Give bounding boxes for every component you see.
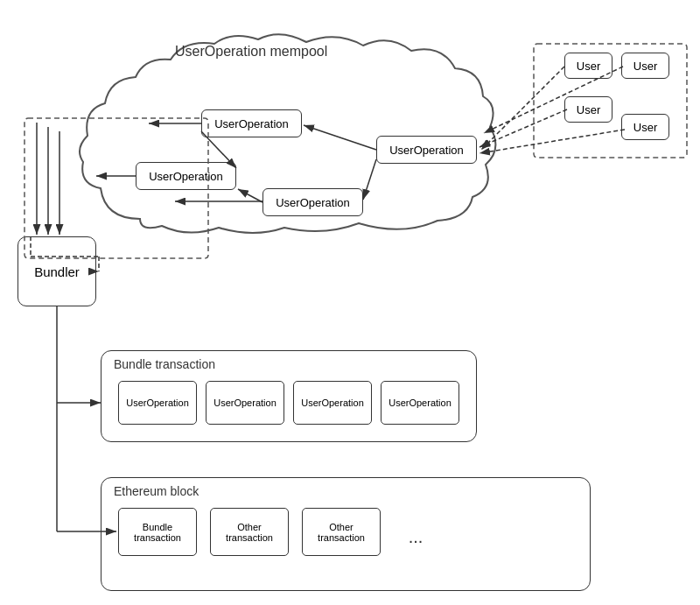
diagram: UserOperation mempool UserOperation User… [0,0,700,605]
bundler-box: Bundler [18,236,96,306]
svg-line-7 [480,130,625,153]
user-box-2: User [621,53,669,79]
ethereum-block-label: Ethereum block [114,484,199,498]
bundle-op-4: UserOperation [381,381,459,425]
eth-other-tx-1: Other transaction [210,508,289,556]
bundle-op-1: UserOperation [118,381,197,425]
bundle-op-2: UserOperation [206,381,284,425]
eth-other-tx-2: Other transaction [302,508,381,556]
user-op-box-1: UserOperation [201,109,302,137]
user-box-3: User [564,96,612,123]
bundle-op-3: UserOperation [293,381,372,425]
eth-dots: ... [398,524,433,550]
user-op-box-2: UserOperation [136,162,236,190]
user-box-4: User [621,114,669,140]
eth-bundle-tx: Bundle transaction [118,508,197,556]
user-op-box-4: UserOperation [376,136,477,164]
bundle-transaction-label: Bundle transaction [114,357,215,371]
cloud-label: UserOperation mempool [175,44,327,60]
user-box-1: User [564,53,612,79]
user-op-box-3: UserOperation [262,188,363,216]
